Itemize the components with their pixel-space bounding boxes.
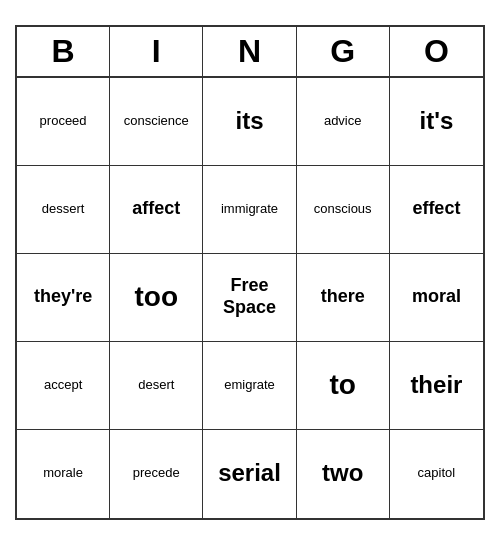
bingo-grid: proceedconscienceitsadviceit'sdessertaff… <box>17 78 483 518</box>
bingo-cell: conscious <box>297 166 390 254</box>
bingo-cell: morale <box>17 430 110 518</box>
header-letter: I <box>110 27 203 76</box>
bingo-cell: its <box>203 78 296 166</box>
cell-text: effect <box>412 198 460 220</box>
cell-text: too <box>135 280 179 314</box>
bingo-header: BINGO <box>17 27 483 78</box>
cell-text: Free Space <box>207 275 291 318</box>
header-letter: O <box>390 27 483 76</box>
cell-text: desert <box>138 377 174 394</box>
bingo-cell: Free Space <box>203 254 296 342</box>
cell-text: to <box>329 368 355 402</box>
cell-text: dessert <box>42 201 85 218</box>
cell-text: it's <box>420 107 454 136</box>
bingo-card: BINGO proceedconscienceitsadviceit'sdess… <box>15 25 485 520</box>
bingo-cell: it's <box>390 78 483 166</box>
bingo-cell: immigrate <box>203 166 296 254</box>
header-letter: G <box>297 27 390 76</box>
bingo-cell: serial <box>203 430 296 518</box>
cell-text: conscious <box>314 201 372 218</box>
bingo-cell: advice <box>297 78 390 166</box>
bingo-cell: dessert <box>17 166 110 254</box>
bingo-cell: precede <box>110 430 203 518</box>
bingo-cell: to <box>297 342 390 430</box>
cell-text: capitol <box>418 465 456 482</box>
cell-text: their <box>410 371 462 400</box>
cell-text: they're <box>34 286 92 308</box>
cell-text: moral <box>412 286 461 308</box>
bingo-cell: desert <box>110 342 203 430</box>
bingo-cell: there <box>297 254 390 342</box>
bingo-cell: two <box>297 430 390 518</box>
cell-text: its <box>235 107 263 136</box>
cell-text: two <box>322 459 363 488</box>
bingo-cell: proceed <box>17 78 110 166</box>
bingo-cell: affect <box>110 166 203 254</box>
bingo-cell: capitol <box>390 430 483 518</box>
cell-text: immigrate <box>221 201 278 218</box>
cell-text: emigrate <box>224 377 275 394</box>
bingo-cell: conscience <box>110 78 203 166</box>
bingo-cell: they're <box>17 254 110 342</box>
cell-text: there <box>321 286 365 308</box>
bingo-cell: effect <box>390 166 483 254</box>
cell-text: proceed <box>40 113 87 130</box>
header-letter: N <box>203 27 296 76</box>
cell-text: advice <box>324 113 362 130</box>
bingo-cell: emigrate <box>203 342 296 430</box>
bingo-cell: their <box>390 342 483 430</box>
cell-text: affect <box>132 198 180 220</box>
cell-text: precede <box>133 465 180 482</box>
bingo-cell: too <box>110 254 203 342</box>
cell-text: morale <box>43 465 83 482</box>
cell-text: accept <box>44 377 82 394</box>
header-letter: B <box>17 27 110 76</box>
bingo-cell: moral <box>390 254 483 342</box>
bingo-cell: accept <box>17 342 110 430</box>
cell-text: serial <box>218 459 281 488</box>
cell-text: conscience <box>124 113 189 130</box>
